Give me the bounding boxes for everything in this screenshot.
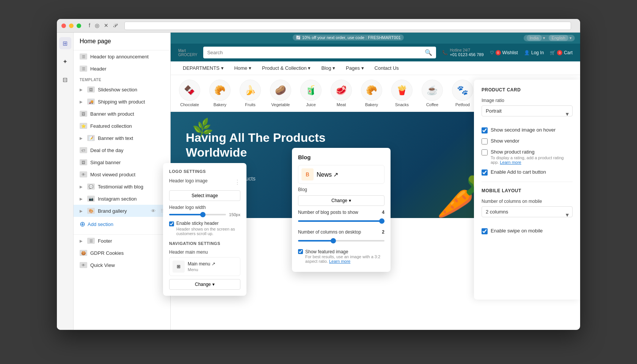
cart-btn[interactable]: 🛒 0 Cart <box>550 50 573 55</box>
shipping-arrow: ▶ <box>80 100 83 104</box>
product-card-panel[interactable]: PRODUCT CARD Image ratio Portrait Landsc… <box>474 80 580 300</box>
nav-contact[interactable]: Contact Us <box>370 61 403 75</box>
browser-url-bar[interactable] <box>124 22 571 30</box>
search-input[interactable] <box>207 50 421 55</box>
editor-item-header-top[interactable]: ☰ Header top announcement <box>74 50 170 63</box>
blog-featured-image-checkbox[interactable] <box>298 249 303 254</box>
logo-width-slider[interactable] <box>169 214 226 215</box>
nav-blog-label: Blog <box>321 65 331 71</box>
blog-panel[interactable]: Blog B News ↗ Blog Change ▾ <box>292 148 391 272</box>
category-juice-circle: 🧃 <box>300 80 322 101</box>
rating-learn-more-link[interactable]: Learn more <box>500 160 521 165</box>
editor-sidebar: ⊞ ✦ ⊟ Home page ☰ Header top announcemen… <box>57 33 171 330</box>
rating-checkbox[interactable] <box>482 149 488 155</box>
category-chocolate[interactable]: 🍫 Chocolate <box>178 80 201 107</box>
blog-learn-more-link[interactable]: Learn more <box>329 259 350 264</box>
logo-image-row: Header logo image ⋮ <box>169 178 240 186</box>
announcement-bar: 🔄 10% off your next order, use code : FR… <box>171 33 580 44</box>
editor-item-featured[interactable]: ⭐ Featured collection <box>74 120 170 132</box>
wishlist-btn[interactable]: ♡ 0 Wishlist <box>490 50 518 55</box>
category-petfood-circle: 🐾 <box>452 80 473 101</box>
nav-departments[interactable]: DEPARTMENTS ▾ <box>178 61 228 75</box>
category-snacks[interactable]: 🍟 Snacks <box>391 80 413 107</box>
category-coffee-label: Coffee <box>426 102 438 107</box>
category-bakery-label: Bakery <box>213 102 226 107</box>
nav-pages[interactable]: Pages ▾ <box>341 61 369 75</box>
country-selector[interactable]: India <box>527 35 542 41</box>
wishlist-label: Wishlist <box>502 50 518 55</box>
blog-columns-label: Number of columns on desktop 2 <box>298 229 384 235</box>
editor-item-gdpr[interactable]: 🍪 GDPR Cookies <box>74 247 170 259</box>
category-bakery[interactable]: 🥐 Bakery <box>209 80 231 107</box>
menu-external-link-icon: ↗ <box>212 261 215 267</box>
category-coffee[interactable]: ☕ Coffee <box>421 80 444 107</box>
editor-item-shipping[interactable]: ▶ 🚚 Shipping with product <box>74 96 170 108</box>
blog-posts-slider[interactable] <box>298 220 384 222</box>
logo-settings-title: LOGO SETTINGS <box>169 169 240 174</box>
editor-item-banner-text[interactable]: ▶ 📝 Banner with text <box>74 132 170 144</box>
logo-width-label: Header logo width <box>169 205 240 210</box>
logo-settings-panel[interactable]: LOGO SETTINGS Header logo image ⋮ Select… <box>163 163 246 296</box>
editor-item-header[interactable]: ☰ Header <box>74 63 170 75</box>
footer-section: ▶ ☰ Footer 🍪 GDPR Cookies 👁 Quick View <box>74 234 170 271</box>
nav-settings-title: NAVIGATION SETTINGS <box>169 241 240 246</box>
browser-dot-red[interactable] <box>61 24 66 28</box>
category-snacks-circle: 🍟 <box>391 80 413 101</box>
nav-product-collection[interactable]: Product & Collection ▾ <box>257 61 315 75</box>
nav-home[interactable]: Home ▾ <box>230 61 256 75</box>
category-vegetable[interactable]: 🥔 Vegetable <box>269 80 292 107</box>
editor-item-testimonial[interactable]: ▶ 💬 Testimonial with blog <box>74 180 170 193</box>
editor-main-panel: Home page ☰ Header top announcement ☰ He… <box>74 33 170 330</box>
columns-mobile-select[interactable]: 1 column 2 columns 3 columns <box>482 206 573 217</box>
editor-item-instagram[interactable]: ▶ 📷 Instagram section <box>74 193 170 205</box>
category-fruits[interactable]: 🍌 Fruits <box>239 80 262 107</box>
editor-item-deal[interactable]: 🏷 Deal of the day <box>74 144 170 156</box>
quick-view-icon: 👁 <box>80 262 87 268</box>
singal-banner-icon: 🖼 <box>80 159 87 165</box>
editor-icon-layout[interactable]: ⊟ <box>59 74 71 86</box>
brand-gallery-eye-icon[interactable]: 👁 <box>151 208 156 214</box>
image-ratio-select[interactable]: Portrait Landscape Square <box>482 105 573 116</box>
editor-item-slideshow[interactable]: ▶ 🖼 Slideshow section <box>74 83 170 96</box>
category-bakery2[interactable]: 🥐 Bakery <box>360 80 383 107</box>
editor-icon-magic[interactable]: ✦ <box>59 55 71 67</box>
add-to-cart-checkbox[interactable] <box>482 169 488 176</box>
footer-icon: ☰ <box>87 238 95 244</box>
main-menu-icon: ⊞ <box>173 260 185 273</box>
editor-item-most-viewed[interactable]: 👁 Most viewed product <box>74 168 170 180</box>
swipe-mobile-checkbox[interactable] <box>482 228 488 234</box>
editor-icon-sections[interactable]: ⊞ <box>59 37 71 49</box>
browser-dot-yellow[interactable] <box>69 24 74 28</box>
browser-dot-green[interactable] <box>77 24 81 28</box>
editor-item-singal-banner[interactable]: 🖼 Singal banner <box>74 156 170 168</box>
vendor-label: Show vendor <box>491 138 519 144</box>
language-selector[interactable]: English <box>549 35 568 41</box>
sticky-header-checkbox[interactable] <box>169 221 174 226</box>
login-label: Log In <box>531 50 544 55</box>
testimonial-arrow: ▶ <box>80 185 83 189</box>
vendor-checkbox[interactable] <box>482 138 488 144</box>
blog-posts-value: 4 <box>382 210 384 215</box>
select-image-button[interactable]: Select image <box>169 190 240 201</box>
editor-item-footer[interactable]: ▶ ☰ Footer <box>74 235 170 247</box>
category-meat[interactable]: 🥩 Meat <box>330 80 353 107</box>
logo-options-icon[interactable]: ⋮ <box>234 179 240 186</box>
category-vegetable-circle: 🥔 <box>270 80 291 101</box>
gdpr-icon: 🍪 <box>80 250 87 256</box>
wishlist-icon: ♡ <box>490 50 494 55</box>
second-image-checkbox[interactable] <box>482 127 488 133</box>
login-btn[interactable]: 👤 Log In <box>524 50 544 55</box>
footer-arrow: ▶ <box>80 239 83 243</box>
change-menu-button[interactable]: Change ▾ <box>169 279 240 290</box>
editor-item-brand-gallery[interactable]: ▶ 🎨 Brand gallery 👁 ⠿ <box>74 205 170 217</box>
editor-item-quick-view[interactable]: 👁 Quick View <box>74 259 170 271</box>
add-section-button[interactable]: ⊕ Add section <box>74 217 170 231</box>
second-image-label: Show second image on hover <box>491 127 555 133</box>
blog-columns-slider[interactable] <box>298 240 384 242</box>
category-juice[interactable]: 🧃 Juice <box>300 80 322 107</box>
blog-change-button[interactable]: Change ▾ <box>298 195 384 206</box>
nav-blog[interactable]: Blog ▾ <box>317 61 340 75</box>
store-search-bar[interactable]: 🔍 <box>203 47 436 58</box>
category-petfood[interactable]: 🐾 Petfood <box>451 80 474 107</box>
editor-item-banner-product[interactable]: 🖼 Banner with product <box>74 108 170 120</box>
